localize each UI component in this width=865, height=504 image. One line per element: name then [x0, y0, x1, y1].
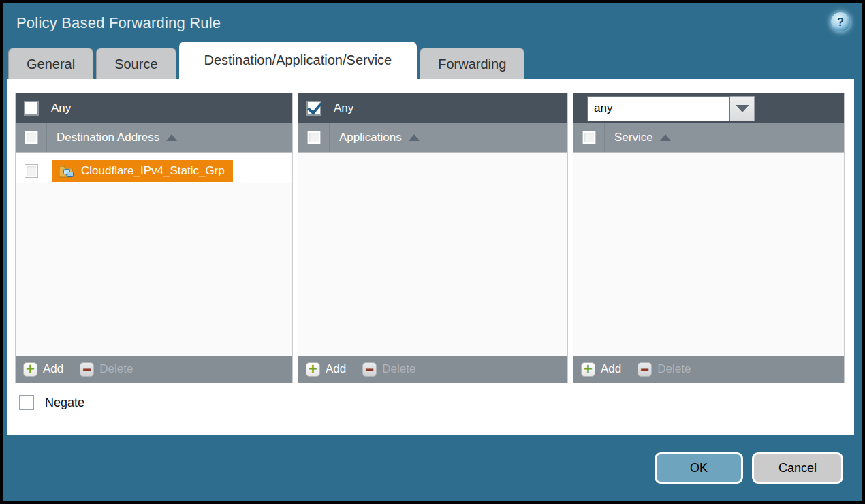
delete-button[interactable]: − Delete — [362, 362, 415, 377]
tab-destination-application-service[interactable]: Destination/Application/Service — [179, 42, 418, 79]
service-dropdown-value[interactable]: any — [587, 96, 730, 121]
delete-icon: − — [638, 362, 652, 377]
address-group-label: Cloudflare_IPv4_Static_Grp — [81, 164, 225, 178]
destination-any-checkbox[interactable] — [24, 101, 39, 116]
dialog-title: Policy Based Forwarding Rule — [3, 14, 221, 32]
destination-any-bar: Any — [16, 93, 292, 123]
negate-row: Negate — [19, 395, 854, 410]
applications-any-checkbox[interactable] — [306, 101, 321, 116]
destination-select-all-cell — [16, 123, 47, 152]
destination-column-header[interactable]: Destination Address — [16, 123, 292, 153]
help-icon[interactable]: ? — [831, 12, 850, 31]
negate-label: Negate — [45, 396, 84, 410]
add-button[interactable]: + Add — [23, 362, 63, 377]
delete-label: Delete — [99, 362, 133, 376]
destination-select-all-checkbox[interactable] — [25, 131, 38, 144]
service-column-label: Service — [614, 131, 653, 144]
tab-content-panel: Any Destination Address — [7, 79, 854, 435]
sort-ascending-icon — [660, 134, 671, 141]
row-checkbox-cell — [16, 164, 47, 178]
tab-forwarding[interactable]: Forwarding — [420, 48, 524, 79]
service-dropdown[interactable]: any — [587, 96, 755, 121]
row-checkbox[interactable] — [25, 164, 38, 178]
delete-icon: − — [362, 362, 377, 377]
add-icon: + — [581, 362, 595, 377]
address-group-icon — [59, 163, 75, 178]
tab-bar: General Source Destination/Application/S… — [3, 44, 862, 79]
cancel-button[interactable]: Cancel — [752, 452, 843, 484]
service-select-all-checkbox[interactable] — [582, 131, 596, 144]
service-panel: any Service + — [573, 93, 845, 383]
add-label: Add — [326, 362, 346, 376]
sort-ascending-icon — [166, 134, 177, 141]
dialog-footer: OK Cancel — [3, 435, 862, 484]
add-label: Add — [43, 362, 63, 376]
applications-panel: Any Applications + Add − — [298, 93, 568, 383]
delete-icon: − — [80, 362, 94, 377]
delete-label: Delete — [382, 362, 415, 376]
applications-select-all-checkbox[interactable] — [307, 131, 321, 144]
delete-label: Delete — [657, 362, 691, 376]
chevron-down-icon — [736, 105, 749, 112]
service-toolbar: + Add − Delete — [573, 356, 844, 383]
applications-select-all-cell — [298, 123, 330, 152]
applications-any-label: Any — [334, 101, 353, 115]
add-icon: + — [306, 362, 320, 377]
delete-button[interactable]: − Delete — [80, 362, 133, 377]
columns-container: Any Destination Address — [7, 79, 854, 383]
destination-toolbar: + Add − Delete — [16, 356, 292, 383]
applications-column-header[interactable]: Applications — [298, 123, 567, 153]
destination-column-label: Destination Address — [57, 131, 159, 144]
add-label: Add — [601, 362, 621, 376]
delete-button[interactable]: − Delete — [638, 362, 691, 377]
service-dropdown-button[interactable] — [730, 96, 755, 121]
destination-list: Cloudflare_IPv4_Static_Grp — [16, 153, 292, 356]
add-button[interactable]: + Add — [306, 362, 346, 377]
tab-source[interactable]: Source — [96, 48, 176, 79]
ok-button[interactable]: OK — [655, 452, 743, 484]
destination-any-label: Any — [51, 101, 71, 115]
policy-based-forwarding-dialog: Policy Based Forwarding Rule ? General S… — [0, 0, 865, 504]
applications-any-bar: Any — [298, 93, 567, 123]
applications-list — [298, 153, 567, 356]
title-bar: Policy Based Forwarding Rule ? — [3, 3, 862, 44]
service-select-all-cell — [573, 123, 605, 152]
help-glyph: ? — [837, 16, 844, 28]
address-group-item[interactable]: Cloudflare_IPv4_Static_Grp — [52, 160, 233, 182]
add-icon: + — [23, 362, 37, 377]
service-column-header[interactable]: Service — [573, 123, 844, 153]
applications-column-label: Applications — [339, 131, 402, 144]
service-list — [573, 153, 844, 356]
sort-ascending-icon — [409, 134, 420, 141]
table-row: Cloudflare_IPv4_Static_Grp — [16, 153, 292, 183]
negate-checkbox[interactable] — [19, 395, 34, 410]
applications-toolbar: + Add − Delete — [298, 356, 567, 383]
add-button[interactable]: + Add — [581, 362, 621, 377]
tab-general[interactable]: General — [8, 48, 93, 79]
destination-address-panel: Any Destination Address — [15, 93, 293, 383]
service-any-bar: any — [573, 93, 844, 123]
